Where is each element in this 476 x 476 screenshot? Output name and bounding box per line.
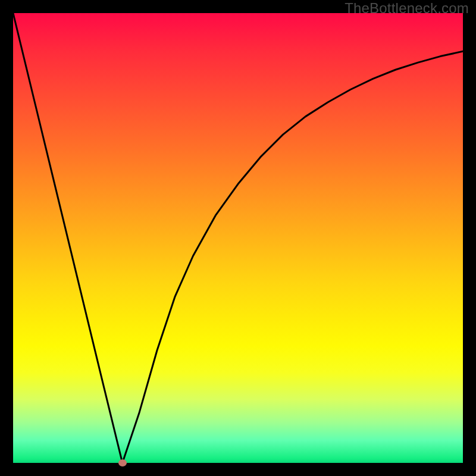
bottleneck-curve — [13, 13, 463, 463]
minimum-marker-icon — [118, 459, 127, 466]
attribution-label: TheBottleneck.com — [345, 0, 469, 17]
chart-frame — [13, 13, 463, 463]
